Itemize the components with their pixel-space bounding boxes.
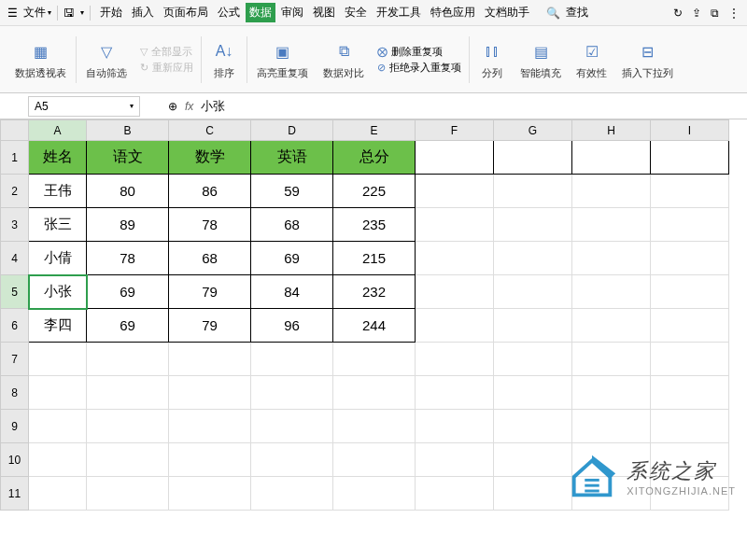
cell-B1[interactable]: 语文 (87, 141, 169, 175)
select-all-corner[interactable] (1, 120, 29, 141)
cell[interactable] (651, 309, 729, 343)
col-header-A[interactable]: A (29, 120, 87, 141)
cell[interactable] (29, 343, 87, 376)
cell[interactable] (169, 376, 251, 410)
cell[interactable] (651, 242, 729, 275)
cell[interactable] (494, 208, 572, 242)
cell[interactable] (333, 343, 416, 376)
cell[interactable] (251, 477, 333, 511)
formula-input[interactable] (201, 99, 388, 113)
cell[interactable] (651, 343, 729, 376)
cell[interactable] (416, 208, 494, 242)
pivot-table-button[interactable]: ▦ 数据透视表 (9, 38, 72, 80)
cell[interactable] (416, 376, 494, 410)
cell-E4[interactable]: 215 (333, 242, 416, 275)
cell[interactable] (416, 242, 494, 275)
col-header-E[interactable]: E (333, 120, 416, 141)
row-header-9[interactable]: 9 (1, 410, 29, 443)
cell[interactable] (651, 376, 729, 410)
cell-E1[interactable]: 总分 (333, 141, 416, 175)
cell[interactable] (333, 410, 416, 443)
cell-B3[interactable]: 89 (87, 208, 169, 242)
sync-icon[interactable]: ↻ (673, 7, 683, 20)
tab-formula[interactable]: 公式 (214, 3, 244, 22)
cell-B5[interactable]: 69 (87, 275, 169, 309)
tab-view[interactable]: 视图 (309, 3, 339, 22)
cell[interactable] (494, 242, 572, 275)
row-header-1[interactable]: 1 (1, 141, 29, 175)
tab-data[interactable]: 数据 (246, 3, 275, 22)
cell[interactable] (29, 376, 87, 410)
cell[interactable] (572, 309, 651, 343)
cell[interactable] (572, 141, 651, 175)
tab-pagelayout[interactable]: 页面布局 (160, 3, 212, 22)
cell[interactable] (333, 443, 416, 477)
name-box[interactable]: A5 ▾ (28, 96, 140, 117)
cell[interactable] (251, 376, 333, 410)
cell[interactable] (169, 410, 251, 443)
row-header-3[interactable]: 3 (1, 208, 29, 242)
col-header-C[interactable]: C (169, 120, 251, 141)
cell[interactable] (494, 343, 572, 376)
tab-security[interactable]: 安全 (341, 3, 371, 22)
cell[interactable] (169, 343, 251, 376)
cell[interactable] (416, 410, 494, 443)
smart-fill-button[interactable]: ▤ 智能填充 (514, 38, 567, 80)
col-header-H[interactable]: H (572, 120, 651, 141)
cell[interactable] (87, 477, 169, 511)
cell[interactable] (416, 477, 494, 511)
col-header-B[interactable]: B (87, 120, 169, 141)
save-icon[interactable]: 🖫 (63, 7, 75, 20)
row-header-2[interactable]: 2 (1, 175, 29, 208)
cell[interactable] (251, 410, 333, 443)
cell[interactable] (333, 376, 416, 410)
cell[interactable] (29, 477, 87, 511)
col-header-I[interactable]: I (651, 120, 729, 141)
cell-A5[interactable]: 小张 (29, 275, 87, 309)
data-compare-button[interactable]: ⧉ 数据对比 (317, 38, 370, 80)
cell[interactable] (416, 343, 494, 376)
search-icon[interactable]: 🔍 (546, 7, 560, 20)
cell-C1[interactable]: 数学 (169, 141, 251, 175)
cell[interactable] (651, 208, 729, 242)
zoom-icon[interactable]: ⊕ (168, 100, 177, 113)
fx-icon[interactable]: fx (185, 100, 193, 113)
caret-down-icon[interactable]: ▾ (80, 8, 84, 17)
text-to-columns-button[interactable]: ⫿⫿ 分列 (473, 38, 511, 80)
cell[interactable] (29, 410, 87, 443)
cell[interactable] (572, 275, 651, 309)
cell-B4[interactable]: 78 (87, 242, 169, 275)
cell[interactable] (494, 376, 572, 410)
tab-devtools[interactable]: 开发工具 (373, 3, 425, 22)
cell[interactable] (572, 208, 651, 242)
cell[interactable] (416, 141, 494, 175)
cell[interactable] (416, 309, 494, 343)
cell[interactable] (572, 376, 651, 410)
cell[interactable] (572, 343, 651, 376)
reapply-button[interactable]: ↻ 重新应用 (140, 61, 193, 75)
row-header-6[interactable]: 6 (1, 309, 29, 343)
row-header-4[interactable]: 4 (1, 242, 29, 275)
remove-dup-button[interactable]: ⨂ 删除重复项 (377, 45, 461, 59)
cell[interactable] (251, 443, 333, 477)
cell[interactable] (494, 410, 572, 443)
row-header-5[interactable]: 5 (1, 275, 29, 309)
sort-button[interactable]: A↓ 排序 (205, 38, 243, 80)
cell[interactable] (572, 410, 651, 443)
row-header-11[interactable]: 11 (1, 477, 29, 511)
cell[interactable] (494, 477, 572, 511)
cell[interactable] (87, 410, 169, 443)
row-header-8[interactable]: 8 (1, 376, 29, 410)
cell[interactable] (169, 443, 251, 477)
cell[interactable] (87, 443, 169, 477)
row-header-7[interactable]: 7 (1, 343, 29, 376)
cell[interactable] (494, 309, 572, 343)
cell-E6[interactable]: 244 (333, 309, 416, 343)
cell-D6[interactable]: 96 (251, 309, 333, 343)
cell-A6[interactable]: 李四 (29, 309, 87, 343)
cell-D4[interactable]: 69 (251, 242, 333, 275)
cell-A4[interactable]: 小倩 (29, 242, 87, 275)
cell-C3[interactable]: 78 (169, 208, 251, 242)
tab-dochelper[interactable]: 文档助手 (481, 3, 533, 22)
cell[interactable] (169, 477, 251, 511)
